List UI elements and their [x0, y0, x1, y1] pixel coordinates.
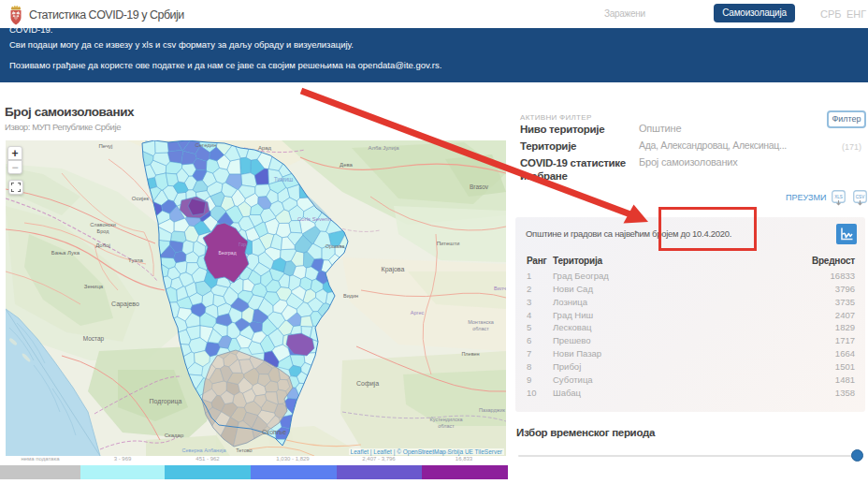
svg-text:Мостар: Мостар: [83, 335, 105, 343]
svg-text:Brasov: Brasov: [470, 183, 489, 190]
svg-text:Крајова: Крајова: [382, 266, 405, 273]
svg-text:Тетово: Тетово: [236, 447, 252, 453]
svg-text:Северна Албанија: Северна Албанија: [182, 447, 227, 453]
svg-text:Corls Severin: Corls Severin: [297, 216, 331, 222]
svg-text:Брод: Брод: [97, 228, 110, 234]
svg-text:Дева: Дева: [340, 162, 354, 168]
svg-text:Скадар: Скадар: [165, 433, 184, 438]
svg-text:Осијек: Осијек: [132, 196, 150, 201]
svg-text:Зеница: Зеница: [84, 284, 104, 289]
svg-text:Славонски: Славонски: [90, 222, 115, 227]
svg-text:област: област: [472, 326, 489, 331]
svg-text:Арад: Арад: [258, 145, 272, 151]
svg-text:Сегедин: Сегедин: [195, 142, 216, 148]
svg-text:Монтанска: Монтанска: [468, 319, 495, 325]
svg-text:Видин: Видин: [343, 293, 358, 299]
svg-text:Добој: Добој: [95, 242, 110, 248]
svg-text:Тузла: Тузла: [128, 257, 144, 263]
svg-text:Бања Лука: Бања Лука: [51, 250, 80, 256]
svg-text:Тимиш: Тимиш: [274, 176, 294, 183]
svg-text:Ќустендилска: Ќустендилска: [429, 417, 463, 422]
svg-text:Подгорица: Подгорица: [150, 398, 182, 405]
svg-text:Печуј: Печуј: [99, 143, 113, 149]
svg-text:Алба Јулија: Алба Јулија: [368, 145, 399, 151]
svg-text:Аргес: Аргес: [411, 310, 425, 315]
svg-text:Гор: Гор: [239, 242, 246, 247]
svg-text:област: област: [438, 423, 455, 429]
svg-text:Оршава: Оршава: [326, 243, 346, 249]
svg-text:Вилча: Вилча: [494, 286, 506, 291]
svg-text:Плевен: Плевен: [461, 351, 479, 357]
svg-text:Софија: Софија: [356, 380, 379, 388]
svg-text:Сарајево: Сарајево: [111, 301, 139, 308]
svg-text:CSV: CSV: [856, 195, 865, 199]
svg-text:XLS: XLS: [834, 195, 843, 199]
svg-text:Скопље: Скопље: [262, 429, 286, 435]
svg-text:Београд: Београд: [218, 250, 236, 256]
svg-text:Питешти: Питешти: [437, 241, 460, 246]
svg-text:Пазарджик: Пазарджик: [479, 407, 505, 413]
